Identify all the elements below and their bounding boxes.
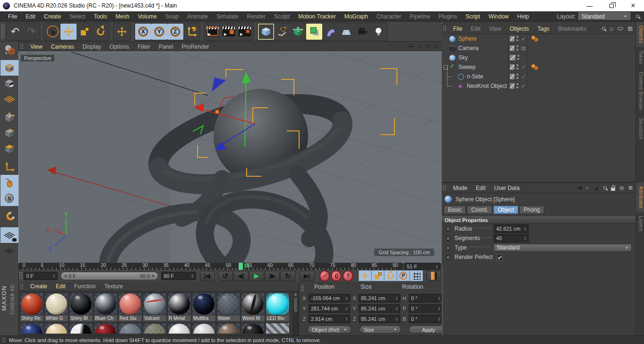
play-button[interactable]: ▶ [249,271,264,281]
floor-button[interactable] [338,24,354,40]
range-left-arrow-icon[interactable]: ◀ [64,274,67,278]
material-item[interactable] [20,323,44,334]
object-name[interactable]: n-Side [467,73,483,80]
radius-field[interactable]: 42.621 cm ▲▼ [494,224,529,233]
material-thumbnail[interactable] [266,323,290,334]
material-thumbnail[interactable] [118,292,142,315]
last-tool-move-button[interactable] [114,24,130,40]
material-item[interactable]: Vulcani [143,292,167,322]
material-thumbnail[interactable] [44,323,69,334]
key-parameter-toggle[interactable]: P [397,270,410,281]
scrollbar-thumb[interactable] [294,298,297,312]
render-to-picture-viewer-button[interactable]: ▶ [221,24,237,40]
magnet-snap-button[interactable] [0,209,18,224]
material-item[interactable] [167,323,191,334]
key-pla-toggle[interactable] [410,270,422,281]
texture-mode-button[interactable] [0,76,18,91]
material-menu-item[interactable]: Edit [52,283,70,290]
size-y-field[interactable]: 85.241 cm▲▼ [359,304,400,313]
am-menu-mode[interactable]: Mode [449,185,472,191]
camera-target-icon[interactable]: ⊡ [521,45,526,52]
home-icon[interactable]: ⌂ [610,25,613,32]
stepper-icon[interactable]: ▲▼ [394,296,398,300]
stepper-icon[interactable]: ▲▼ [394,307,398,310]
edges-mode-button[interactable] [0,125,18,141]
coord-mode-dropdown[interactable]: Object (Rel)▼ [308,326,351,334]
size-mode-dropdown[interactable]: Size▼ [360,326,401,334]
side-tab[interactable]: Takes [636,47,644,68]
material-item[interactable] [94,323,118,334]
track-target-icon[interactable]: ◎ [619,185,624,191]
restore-button[interactable] [601,0,622,11]
redo-button[interactable]: ↷ [23,24,39,40]
material-item[interactable]: Multiba [192,292,216,322]
animation-ring-icon[interactable] [446,226,451,232]
record-keyframe-button[interactable]: ∕ [319,270,330,282]
view-type-label[interactable]: Perspective [21,55,54,61]
material-menu-item[interactable]: Create [26,283,52,290]
polygons-mode-button[interactable] [0,141,18,156]
material-thumbnail[interactable] [167,292,191,315]
material-item[interactable]: Water [216,292,240,322]
points-mode-button[interactable] [0,110,18,125]
stepper-icon[interactable]: ▲▼ [343,296,348,300]
history-forward-icon[interactable]: ▶ [586,185,590,191]
material-item[interactable]: Shiny Re [20,292,44,322]
material-thumbnail[interactable] [216,292,240,315]
object-manager-grip[interactable] [443,26,447,32]
lock-z-axis-button[interactable]: Z [167,24,183,40]
object-tree-row[interactable]: - Sphere ✓ ⊡ [442,34,635,43]
object-tree-row[interactable]: - n-Side ✓ ⊡ [442,72,635,81]
lock-x-axis-button[interactable]: X [135,24,151,40]
gizmo-center-handle[interactable] [215,110,219,113]
animation-toolbar-grip[interactable] [19,272,23,280]
stepper-icon[interactable]: ▲▼ [394,317,398,321]
menu-item[interactable]: Mesh [111,13,133,20]
planar-workplane-button[interactable] [0,243,18,258]
stepper-icon[interactable]: ▲▼ [51,274,55,278]
live-selection-button[interactable] [44,24,60,40]
material-item[interactable] [143,323,167,334]
material-item[interactable] [192,323,216,334]
stepper-icon[interactable]: ▲▼ [436,307,440,310]
menu-item[interactable]: Tools [89,13,111,20]
menu-item[interactable]: Snap [161,13,183,20]
snap-toggle-button[interactable]: S [0,190,18,206]
material-manager-grip[interactable] [20,284,24,289]
material-item[interactable]: R Metal [167,292,191,322]
autokey-button[interactable]: () [331,270,342,282]
layer-swatch[interactable] [510,36,515,42]
material-thumbnail[interactable] [266,292,290,315]
material-thumbnail[interactable] [192,323,216,334]
view-toggle-icon[interactable]: ⧉ [434,43,438,50]
object-tree-row[interactable]: - Sky ✓ ⊡ [442,53,635,62]
material-item[interactable] [69,323,93,334]
lock-y-axis-button[interactable]: Y [151,24,167,40]
viewport-menu-item[interactable]: Cameras [47,43,78,50]
material-item[interactable]: Red Slu [118,292,142,322]
undo-button[interactable]: ↶ [7,24,23,40]
am-menu-userdata[interactable]: User Data [490,185,524,191]
pos-z-field[interactable]: 2.814 cm▲▼ [309,315,350,323]
material-item[interactable]: LED Blu [266,292,290,322]
object-manager-menu-item[interactable]: View [485,26,506,32]
viewport-grip[interactable] [20,43,24,50]
attribute-tab[interactable]: Basic [444,206,466,214]
material-thumbnail[interactable] [20,323,44,334]
material-thumbnail[interactable] [167,323,191,334]
menu-item[interactable]: MoGraph [340,13,372,20]
scale-tool-button[interactable] [77,24,93,40]
loop-to-end-button[interactable]: ↻ [280,271,295,281]
key-rotation-toggle[interactable] [384,270,397,281]
move-tool-button[interactable] [60,24,77,40]
object-manager-menu-item[interactable]: File [449,26,466,32]
viewport-menu-item[interactable]: ProRender [178,43,214,50]
pen-spline-button[interactable] [274,24,290,40]
stepper-icon[interactable]: ▲▼ [343,317,348,321]
layer-swatch[interactable] [510,45,515,51]
workplane-mode-button[interactable] [0,91,18,107]
enabled-check-icon[interactable]: ✓ [521,36,526,42]
material-thumbnail[interactable] [192,292,216,315]
menu-item[interactable]: File [4,13,21,20]
material-thumbnail[interactable] [69,292,93,315]
